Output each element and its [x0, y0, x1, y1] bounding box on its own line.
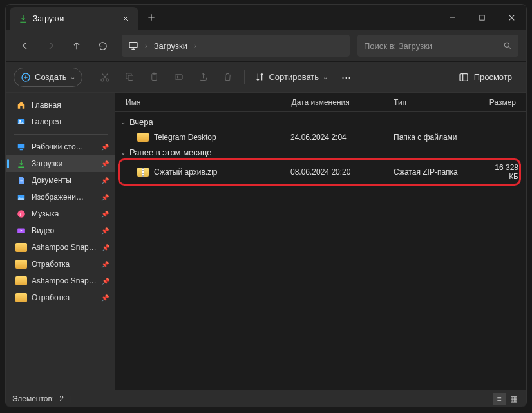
sidebar-item-home[interactable]: Главная: [6, 97, 115, 113]
file-row[interactable]: Сжатый архив.zip08.06.2024 20:20Сжатая Z…: [115, 160, 526, 184]
new-tab-button[interactable]: [138, 5, 164, 30]
sidebar-item-download[interactable]: Загрузки📌: [6, 155, 115, 172]
group-label: Ранее в этом месяце: [129, 148, 211, 157]
sidebar-item-label: Отработка: [32, 293, 70, 302]
sort-icon: [255, 72, 265, 82]
folder-icon: [16, 293, 26, 303]
paste-icon[interactable]: [142, 66, 166, 89]
status-count-label: Элементов:: [12, 394, 54, 403]
folder-icon: [16, 242, 26, 253]
sort-button[interactable]: Сортировать ⌄: [250, 68, 333, 86]
group-label: Вчера: [129, 117, 153, 127]
file-date: 08.06.2024 20:20: [290, 168, 394, 177]
pc-icon: [128, 41, 138, 51]
back-button[interactable]: [14, 34, 37, 57]
content-area: Имя Дата изменения Тип Размер ⌄ВчераTele…: [115, 93, 526, 390]
separator: [244, 70, 245, 84]
file-explorer-window: Загрузки › Загрузки › Поиск в: Загрузки: [5, 4, 527, 407]
toolbar: Создать ⌄ Сортировать ⌄ ⋯ Просмотр: [6, 61, 526, 92]
breadcrumb-location[interactable]: Загрузки: [154, 41, 187, 51]
file-type: Сжатая ZIP-папка: [394, 168, 490, 177]
sidebar-item-doc[interactable]: Документы📌: [6, 172, 115, 189]
sidebar-item-label: Изображени…: [32, 193, 84, 202]
separator: [88, 70, 88, 84]
grid-view-icon[interactable]: ▦: [507, 393, 520, 405]
file-type: Папка с файлами: [394, 133, 490, 142]
file-list: ⌄ВчераTelegram Desktop24.06.2024 2:04Пап…: [115, 112, 526, 390]
svg-point-15: [17, 210, 25, 218]
doc-icon: [16, 175, 26, 186]
col-size[interactable]: Размер: [487, 98, 518, 107]
sidebar-item-label: Ashampoo Snap…: [32, 276, 97, 285]
separator: [14, 134, 108, 135]
col-type[interactable]: Тип: [391, 98, 487, 107]
file-row[interactable]: Telegram Desktop24.06.2024 2:04Папка с ф…: [115, 130, 526, 145]
group-header[interactable]: ⌄Ранее в этом месяце: [115, 145, 526, 160]
create-button[interactable]: Создать ⌄: [14, 68, 82, 87]
delete-icon[interactable]: [216, 66, 239, 89]
file-date: 24.06.2024 2:04: [290, 133, 394, 142]
sidebar-item-video[interactable]: Видео📌: [6, 222, 115, 239]
home-icon: [16, 100, 26, 110]
share-icon[interactable]: [191, 66, 214, 89]
sidebar-item-label: Галерея: [32, 117, 61, 126]
sidebar-item-folder[interactable]: Ashampoo Snap…📌: [6, 239, 115, 256]
sidebar-item-desktop[interactable]: Рабочий сто…📌: [6, 139, 115, 155]
svg-rect-6: [128, 75, 133, 81]
music-icon: [16, 209, 26, 219]
folder-icon: [16, 259, 26, 269]
tab-downloads[interactable]: Загрузки: [10, 7, 138, 30]
up-button[interactable]: [65, 34, 88, 57]
sidebar-item-folder[interactable]: Отработка📌: [6, 256, 115, 273]
maximize-button[interactable]: [467, 5, 497, 30]
minimize-button[interactable]: [437, 5, 467, 30]
svg-rect-0: [479, 15, 484, 19]
sidebar-item-label: Ashampoo Snap…: [32, 243, 97, 252]
cut-icon[interactable]: [93, 66, 117, 89]
sidebar-item-music[interactable]: Музыка📌: [6, 206, 115, 222]
details-view-icon[interactable]: ≡: [493, 393, 506, 405]
sidebar-item-folder[interactable]: Отработка📌: [6, 289, 115, 306]
layout-icon: [459, 72, 469, 82]
view-button[interactable]: Просмотр: [452, 68, 518, 86]
close-window-button[interactable]: [497, 5, 526, 30]
sidebar-item-label: Видео: [32, 226, 54, 235]
group-header[interactable]: ⌄Вчера: [115, 115, 526, 130]
more-button[interactable]: ⋯: [334, 66, 357, 89]
body: ГлавнаяГалереяРабочий сто…📌Загрузки📌Доку…: [6, 92, 526, 390]
svg-rect-9: [175, 75, 182, 80]
view-label: Просмотр: [474, 72, 512, 82]
create-label: Создать: [35, 72, 66, 82]
rename-icon[interactable]: [167, 66, 190, 89]
file-name: Сжатый архив.zip: [154, 168, 218, 177]
refresh-button[interactable]: [91, 34, 114, 57]
sidebar-item-label: Главная: [32, 101, 61, 110]
sidebar-item-folder[interactable]: Ashampoo Snap…📌: [6, 273, 115, 289]
copy-icon[interactable]: [118, 66, 141, 89]
pin-icon: 📌: [101, 144, 109, 151]
sort-label: Сортировать: [269, 72, 319, 82]
sidebar-item-gallery[interactable]: Галерея: [6, 113, 115, 130]
svg-rect-10: [460, 73, 468, 81]
chevron-right-icon: ›: [145, 42, 147, 50]
pin-icon: 📌: [101, 294, 109, 302]
titlebar: Загрузки: [6, 5, 526, 30]
sidebar-item-image[interactable]: Изображени…📌: [6, 189, 115, 206]
tab-title: Загрузки: [33, 14, 64, 23]
svg-point-12: [19, 120, 21, 122]
search-input[interactable]: Поиск в: Загрузки: [357, 35, 518, 57]
col-name[interactable]: Имя: [123, 98, 289, 107]
sidebar-item-label: Документы: [32, 176, 71, 185]
pin-icon: 📌: [101, 177, 109, 184]
pin-icon: 📌: [101, 227, 109, 235]
pin-icon: 📌: [102, 278, 109, 285]
forward-button[interactable]: [39, 34, 62, 57]
col-date[interactable]: Дата изменения: [289, 98, 392, 107]
close-tab-icon[interactable]: [122, 15, 129, 23]
download-icon: [19, 14, 28, 23]
chevron-down-icon: ⌄: [70, 73, 75, 81]
pin-icon: 📌: [101, 194, 109, 201]
breadcrumb[interactable]: › Загрузки ›: [122, 35, 350, 57]
column-headers: Имя Дата изменения Тип Размер: [115, 93, 526, 112]
search-icon: [503, 41, 512, 50]
